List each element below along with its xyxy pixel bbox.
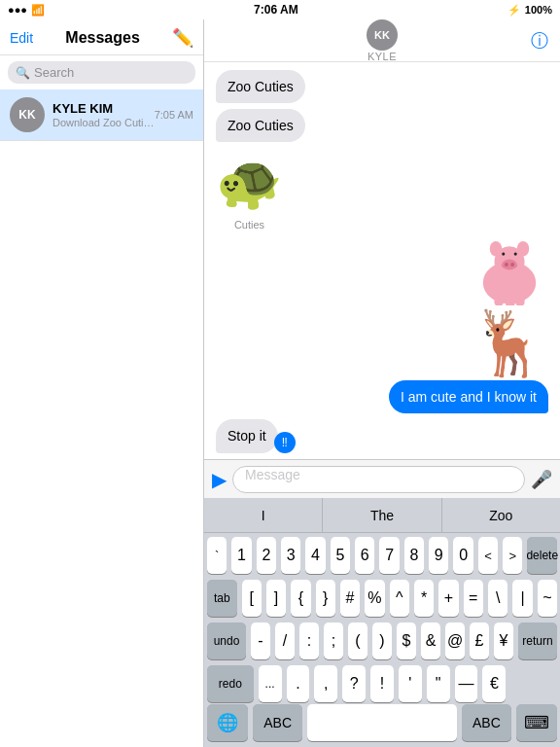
key-5[interactable]: 5 xyxy=(331,537,350,574)
key-percent[interactable]: % xyxy=(365,580,384,617)
key-6[interactable]: 6 xyxy=(355,537,374,574)
key-lbrace[interactable]: { xyxy=(291,580,310,617)
conversation-name: KYLE KIM xyxy=(52,101,155,116)
key-quote[interactable]: " xyxy=(427,665,450,702)
suggestion-i[interactable]: I xyxy=(204,498,323,532)
info-button[interactable]: ⓘ xyxy=(531,29,548,53)
tab-key[interactable]: tab xyxy=(207,580,237,617)
chat-avatar: KK xyxy=(367,19,398,51)
key-comma[interactable]: , xyxy=(314,665,337,702)
chat-contact-name: KYLE xyxy=(368,51,397,62)
key-dash[interactable]: - xyxy=(251,622,270,659)
space-key[interactable] xyxy=(307,704,457,741)
message-row: Stop it ‼ xyxy=(216,419,296,452)
key-equals[interactable]: = xyxy=(464,580,483,617)
key-at[interactable]: @ xyxy=(445,622,465,659)
key-semicolon[interactable]: ; xyxy=(324,622,343,659)
message-row: Zoo Cuties xyxy=(216,109,548,142)
key-rbracket[interactable]: ] xyxy=(266,580,286,617)
key-rbrace[interactable]: } xyxy=(316,580,335,617)
key-8[interactable]: 8 xyxy=(404,537,424,574)
deer-sticker: 🦌 xyxy=(470,311,548,374)
key-3[interactable]: 3 xyxy=(281,537,300,574)
wifi-icon: 📶 xyxy=(31,4,45,17)
key-lparen[interactable]: ( xyxy=(348,622,368,659)
mic-button[interactable]: 🎤 xyxy=(531,469,552,490)
key-ellipsis[interactable]: ... xyxy=(259,665,282,702)
bubble-received: Zoo Cuties xyxy=(216,109,305,142)
key-lbracket[interactable]: [ xyxy=(242,580,262,617)
edit-button[interactable]: Edit xyxy=(10,30,33,46)
suggestion-the[interactable]: The xyxy=(323,498,441,532)
globe-key[interactable]: 🌐 xyxy=(207,704,248,741)
return-key[interactable]: return xyxy=(518,622,557,659)
svg-rect-15 xyxy=(494,298,503,305)
keyboard-rows: ` 1 2 3 4 5 6 7 8 9 0 < > delete xyxy=(204,533,560,704)
key-pound[interactable]: £ xyxy=(470,622,489,659)
conversation-item[interactable]: KK KYLE KIM Download Zoo Cuties on the s… xyxy=(0,89,203,141)
svg-point-13 xyxy=(490,241,502,257)
key-pipe[interactable]: | xyxy=(512,580,532,617)
messages-list-panel: Edit Messages ✏️ 🔍 Search KK KYLE KIM Do… xyxy=(0,19,204,747)
key-colon[interactable]: : xyxy=(299,622,319,659)
key-hash[interactable]: # xyxy=(340,580,360,617)
key-4[interactable]: 4 xyxy=(305,537,325,574)
key-9[interactable]: 9 xyxy=(429,537,448,574)
abc-left-key[interactable]: ABC xyxy=(253,704,302,741)
key-slash[interactable]: / xyxy=(275,622,295,659)
turtle-sticker: 🐢 xyxy=(216,152,283,212)
key-row-4: redo ... . , ? ! ' " — € xyxy=(207,665,557,702)
key-lt[interactable]: < xyxy=(478,537,498,574)
battery-percent: 100% xyxy=(525,4,552,16)
key-gt[interactable]: > xyxy=(503,537,522,574)
key-dollar[interactable]: $ xyxy=(397,622,416,659)
messages-area: Zoo Cuties Zoo Cuties 🐢 Cuties xyxy=(204,62,560,459)
bubble-received: Stop it xyxy=(216,419,278,452)
search-icon: 🔍 xyxy=(16,66,30,80)
key-tilde[interactable]: ~ xyxy=(538,580,557,617)
key-1[interactable]: 1 xyxy=(231,537,251,574)
bubble-sent: I am cute and I know it xyxy=(389,380,548,413)
message-row: I am cute and I know it xyxy=(389,380,548,413)
keyboard-hide-key[interactable]: ⌨ xyxy=(516,704,557,741)
key-period[interactable]: . xyxy=(287,665,310,702)
key-amp[interactable]: & xyxy=(421,622,440,659)
svg-rect-16 xyxy=(506,300,514,305)
search-placeholder: Search xyxy=(34,65,74,80)
key-2[interactable]: 2 xyxy=(257,537,276,574)
compose-button[interactable]: ✏️ xyxy=(172,27,193,49)
sent-message-group: I am cute and I know it xyxy=(216,380,548,413)
key-emdash[interactable]: — xyxy=(455,665,478,702)
key-placeholder-right xyxy=(510,665,557,702)
redo-key[interactable]: redo xyxy=(207,665,254,702)
key-euro[interactable]: € xyxy=(482,665,506,702)
svg-point-8 xyxy=(502,260,517,270)
key-question[interactable]: ? xyxy=(342,665,366,702)
apps-button[interactable]: ▶ xyxy=(212,468,227,491)
suggestion-zoo[interactable]: Zoo xyxy=(442,498,560,532)
key-7[interactable]: 7 xyxy=(379,537,399,574)
avatar: KK xyxy=(10,97,45,132)
message-row: 🦌 xyxy=(216,311,548,374)
key-rparen[interactable]: ) xyxy=(372,622,392,659)
abc-right-key[interactable]: ABC xyxy=(462,704,511,741)
status-left: ●●● 📶 xyxy=(8,4,45,17)
undo-key[interactable]: undo xyxy=(207,622,246,659)
delete-key[interactable]: delete xyxy=(527,537,557,574)
key-plus[interactable]: + xyxy=(438,580,458,617)
key-0[interactable]: 0 xyxy=(453,537,472,574)
key-backtick[interactable]: ` xyxy=(207,537,227,574)
key-yen[interactable]: ¥ xyxy=(494,622,513,659)
key-star[interactable]: * xyxy=(414,580,434,617)
keyboard-area: I The Zoo ` 1 2 3 4 5 6 7 8 9 0 xyxy=(204,498,560,747)
main-layout: Edit Messages ✏️ 🔍 Search KK KYLE KIM Do… xyxy=(0,19,560,747)
key-caret[interactable]: ^ xyxy=(390,580,409,617)
key-backslash[interactable]: \ xyxy=(488,580,508,617)
message-input[interactable]: Message xyxy=(232,466,525,493)
key-apos[interactable]: ' xyxy=(399,665,422,702)
message-row: 🐢 Cuties xyxy=(216,148,548,231)
svg-point-12 xyxy=(514,253,517,256)
key-exclaim[interactable]: ! xyxy=(370,665,394,702)
search-bar[interactable]: 🔍 Search xyxy=(8,61,195,84)
conversation-details: KYLE KIM Download Zoo Cuties on the stor… xyxy=(52,101,155,128)
